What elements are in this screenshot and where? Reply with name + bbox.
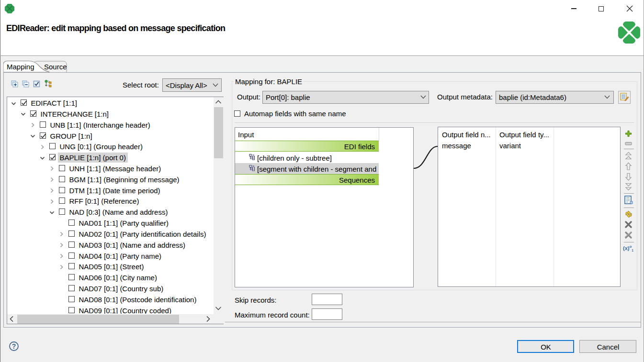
svg-text:?: ? [12, 342, 16, 350]
